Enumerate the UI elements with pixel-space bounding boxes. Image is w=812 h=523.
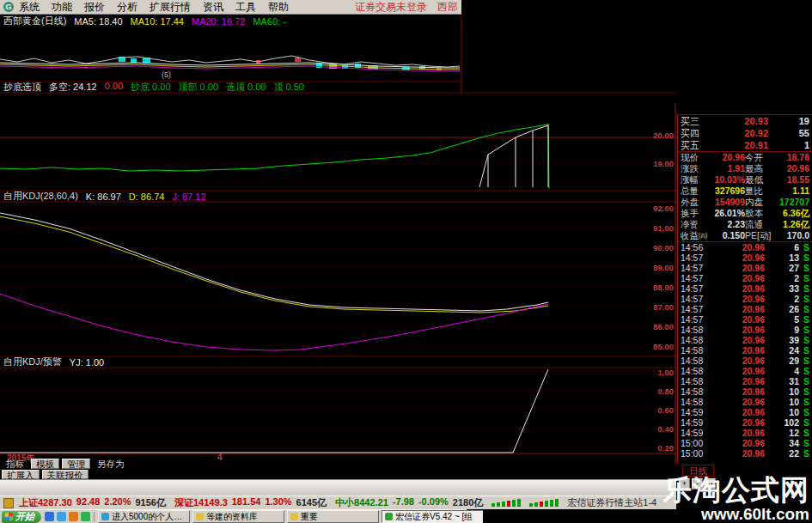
menu-item[interactable]: 资讯 (203, 0, 223, 15)
menu-item[interactable]: 工具 (235, 0, 256, 15)
index-quotes: 上证4287.3092.482.20%9156亿深证14149.3181.541… (19, 496, 483, 509)
tick-volume: 10 (777, 397, 799, 407)
taskbar-button[interactable]: 重要 (287, 510, 379, 523)
bottom-tab-row-2: 扩展入关联报价 (2, 470, 89, 479)
tick-row: 14:5720.9627S (678, 263, 812, 273)
index-amount: 2180亿 (453, 496, 483, 509)
tick-time: 15:00 (681, 438, 710, 448)
tick-row: 14:5720.9626S (678, 304, 812, 314)
tab-模板[interactable]: 模板 (31, 459, 59, 469)
quote-info-cell: 总量327696 (681, 185, 745, 198)
menu-item[interactable]: 报价 (84, 0, 105, 15)
quote-field-value: 6.36亿 (763, 208, 809, 220)
duokong-line (0, 124, 549, 189)
indicator-value: 顶 0.50 (273, 81, 303, 94)
tick-flag: S (799, 304, 809, 314)
tick-flag: S (799, 294, 809, 304)
quote-info-cell: 最低18.55 (745, 174, 809, 186)
menu-item[interactable]: 帮助 (268, 0, 289, 15)
signal-bar (555, 499, 559, 507)
tick-volume: 13 (777, 252, 799, 263)
taskbar-button-icon (196, 513, 204, 520)
tick-time: 14:57 (681, 252, 710, 263)
tick-price: 20.96 (710, 242, 765, 252)
tick-time: 14:58 (681, 366, 710, 376)
y-axis-label: 0.40 (636, 424, 674, 434)
media-player-icon[interactable] (69, 512, 78, 521)
menu-item[interactable]: 功能 (52, 0, 72, 15)
index-change: -7.98 (393, 496, 414, 509)
tab-另存为[interactable]: 另存为 (93, 459, 129, 469)
quote-field-value: 170.0 (771, 230, 809, 242)
indicator-value: 多空: 24.12 (49, 81, 97, 94)
tick-volume: 26 (777, 304, 799, 314)
ie-icon[interactable] (45, 512, 54, 521)
ma-value: MA10: 17.44 (131, 16, 184, 27)
tick-flag: S (799, 376, 809, 386)
quote-field-label: 流通 (745, 219, 763, 231)
menu-item[interactable]: 系统 (19, 0, 40, 15)
buy-volume: 55 (784, 128, 809, 138)
taskbar-button-label: 宏信证券V5.42 ~ [组 (395, 511, 473, 523)
tick-volume: 33 (777, 283, 799, 294)
tick-price: 20.96 (710, 325, 765, 335)
y-axis-label: 0.20 (636, 443, 674, 453)
start-button[interactable]: 开始 (2, 511, 41, 523)
taskbar-button[interactable]: 宏信证券V5.42 ~ [组 (382, 510, 483, 523)
tab-扩展入[interactable]: 扩展入 (2, 470, 40, 479)
quote-info-grid: 现价20.96今开18.76涨跌1.91最高20.96涨幅10.03%最低18.… (678, 151, 812, 242)
tick-row: 14:5720.962S (678, 273, 812, 283)
indicator-value: YJ: 1.00 (70, 357, 104, 368)
index-quote: 中小8442.21-7.98-0.09%2180亿 (335, 496, 483, 509)
ma-value: MA5: 18.40 (74, 16, 122, 27)
quote-field-label: 最高 (745, 163, 763, 175)
signal-bar (545, 501, 548, 507)
tick-volume: 2 (777, 273, 799, 283)
quote-info-cell: 流通1.26亿 (745, 219, 809, 231)
index-percent: 1.30% (265, 496, 291, 509)
tick-volume: 24 (777, 345, 799, 356)
tick-row: 14:5820.9610S (678, 397, 812, 407)
watermark-url: www.60lt.com (663, 506, 809, 523)
indicator-kdj-row: 自用KDJ(28,60,4) K: 86.97D: 86.74J: 87.12 (3, 191, 206, 202)
index-name-value: 中小8442.21 (335, 496, 388, 509)
tick-row: 14:5820.9631S (678, 376, 812, 386)
taskbar-button[interactable]: 进入5000的个人空间 (98, 510, 190, 523)
tick-row: 14:5820.969S (678, 325, 812, 335)
quote-info-row: 净资2.23流通1.26亿 (678, 219, 812, 230)
tab-指标[interactable]: 指标 (2, 459, 28, 469)
start-button-label: 开始 (15, 510, 34, 523)
menu-item[interactable]: 分析 (117, 0, 137, 15)
quote-field-label: 外盘 (681, 197, 699, 209)
tick-price: 20.96 (710, 263, 765, 273)
tick-time: 14:58 (681, 397, 710, 407)
index-amount: 6145亿 (296, 496, 327, 509)
tick-price: 20.96 (710, 438, 765, 448)
tick-time: 14:59 (681, 428, 710, 438)
taskbar-button[interactable]: 等建的资料库 (192, 510, 284, 523)
quote-info-cell: 换手26.01% (681, 208, 745, 220)
quick-launch-bar (45, 512, 95, 521)
tick-price: 20.96 (710, 304, 765, 314)
tick-time: 14:58 (681, 386, 710, 397)
tick-time: 14:58 (681, 356, 710, 366)
indicator-name: 抄底选顶 (3, 81, 41, 94)
tick-time: 14:57 (681, 304, 710, 314)
quote-field-value: 20.96 (699, 152, 745, 164)
tab-关联报价[interactable]: 关联报价 (42, 470, 89, 479)
tick-row: 14:5920.96102S (678, 417, 812, 428)
connection-signal-bars (491, 499, 559, 507)
tick-volume: 12 (777, 428, 799, 438)
tab-管理[interactable]: 管理 (62, 459, 90, 469)
messenger-icon[interactable] (81, 512, 90, 521)
menu-item[interactable]: 扩展行情 (150, 0, 191, 15)
show-desktop-icon[interactable] (57, 512, 66, 521)
signal-bar (540, 502, 543, 507)
tick-price: 20.96 (710, 397, 765, 407)
tick-flag: S (799, 345, 809, 356)
ma-value: MA20: 16.72 (192, 16, 245, 27)
quote-field-value: 26.01% (699, 208, 745, 220)
y-axis-label: 90.00 (636, 243, 674, 252)
y-axis-label: 92.00 (636, 204, 674, 213)
buy-price: 20.93 (705, 116, 768, 126)
